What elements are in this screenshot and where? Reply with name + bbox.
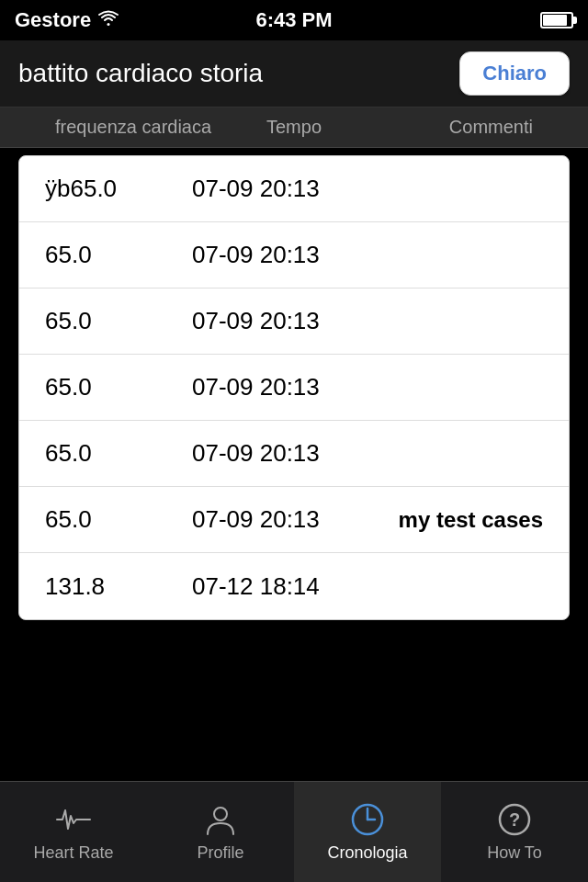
cronologia-icon [349,801,386,838]
clear-button[interactable]: Chiaro [459,51,570,96]
svg-text:?: ? [509,809,520,830]
cell-time: 07-09 20:13 [192,241,543,269]
page-title: battito cardiaco storia [18,59,263,88]
cell-comment: my test cases [399,507,543,533]
col-header-time: Tempo [214,117,373,138]
cell-rate: 65.0 [45,373,192,401]
carrier-text: Gestore [15,8,119,32]
cell-time: 07-09 20:13 [192,373,543,401]
table-row[interactable]: 65.007-09 20:13 [19,222,569,288]
profile-icon [202,801,239,838]
table-row[interactable]: 131.807-12 18:14 [19,553,569,619]
table-row[interactable]: 65.007-09 20:13 [19,355,569,421]
cell-time: 07-09 20:13 [192,505,399,534]
battery-indicator [540,12,573,28]
cell-time: 07-09 20:13 [192,307,543,335]
cell-rate: 65.0 [45,439,192,468]
col-header-rate: frequenza cardiaca [55,117,214,138]
tab-profile[interactable]: Profile [147,782,294,882]
cell-rate: 131.8 [45,572,192,601]
column-headers: frequenza cardiaca Tempo Commenti [0,107,588,148]
cell-rate: 65.0 [45,505,192,534]
cell-time: 07-09 20:13 [192,175,543,203]
heart-rate-icon [55,801,92,838]
status-time: 6:43 PM [255,8,332,32]
table-row[interactable]: 65.007-09 20:13 [19,288,569,355]
cell-rate: ÿb65.0 [45,175,192,203]
svg-point-0 [214,808,227,820]
tab-bar: Heart Rate Profile Cronologia ? [0,781,588,882]
cell-time: 07-09 20:13 [192,439,543,468]
status-bar: Gestore 6:43 PM [0,0,588,40]
table-row[interactable]: 65.007-09 20:13 [19,421,569,487]
cell-rate: 65.0 [45,307,192,335]
cell-rate: 65.0 [45,241,192,269]
tab-cronologia-label: Cronologia [327,843,407,863]
table-row[interactable]: ÿb65.007-09 20:13 [19,156,569,222]
tab-how-to-label: How To [487,843,542,863]
page-header: battito cardiaco storia Chiaro [0,40,588,107]
tab-profile-label: Profile [197,843,243,863]
tab-heart-rate-label: Heart Rate [33,843,113,863]
tab-how-to[interactable]: ? How To [441,782,588,882]
tab-heart-rate[interactable]: Heart Rate [0,782,147,882]
how-to-icon: ? [496,801,533,838]
table-row[interactable]: 65.007-09 20:13my test cases [19,487,569,553]
data-table: ÿb65.007-09 20:1365.007-09 20:1365.007-0… [18,155,570,620]
cell-time: 07-12 18:14 [192,572,543,601]
wifi-icon [98,8,119,32]
battery-icon [540,12,573,28]
col-header-comment: Commenti [374,117,533,138]
tab-cronologia[interactable]: Cronologia [294,782,441,882]
